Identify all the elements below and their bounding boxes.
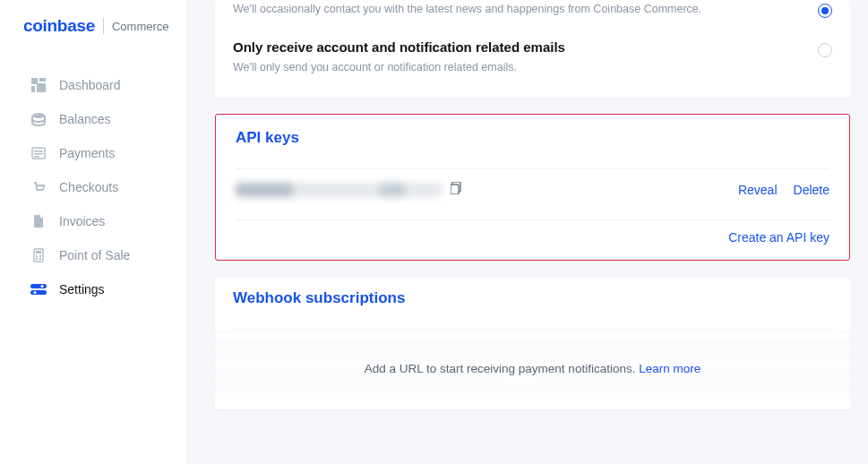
invoices-icon <box>30 213 47 229</box>
svg-rect-1 <box>39 78 46 82</box>
svg-rect-8 <box>34 156 39 158</box>
delete-link[interactable]: Delete <box>794 183 829 197</box>
checkouts-icon <box>30 179 47 195</box>
email-option-all[interactable]: We'll occasionally contact you with the … <box>215 0 850 27</box>
radio-only-emails[interactable] <box>818 43 832 57</box>
sidebar-item-label: Dashboard <box>59 78 121 92</box>
svg-rect-6 <box>34 150 43 152</box>
reveal-link[interactable]: Reveal <box>738 183 778 197</box>
sidebar-nav: Dashboard Balances Payments Checkouts In… <box>0 52 187 306</box>
webhook-learn-more-link[interactable]: Learn more <box>639 362 700 375</box>
sidebar-item-label: Payments <box>59 146 115 160</box>
logo: coinbase Commerce <box>0 16 187 52</box>
logo-secondary: Commerce <box>112 20 169 33</box>
copy-icon[interactable] <box>451 182 463 198</box>
api-key-row: Reveal Delete <box>218 169 847 211</box>
sidebar-item-payments[interactable]: Payments <box>0 136 187 170</box>
settings-icon <box>30 281 47 297</box>
logo-separator <box>103 18 104 34</box>
main-content: We'll occasionally contact you with the … <box>188 0 868 464</box>
svg-rect-20 <box>451 185 459 194</box>
email-option-only[interactable]: Only receive account and notification re… <box>215 27 850 85</box>
email-option-all-description: We'll occasionally contact you with the … <box>233 0 800 18</box>
svg-rect-14 <box>39 258 41 260</box>
api-keys-highlight: API keys Reveal Delete Create an API key <box>215 114 850 261</box>
webhook-card: Webhook subscriptions Add a URL to start… <box>215 277 850 409</box>
svg-rect-15 <box>30 284 47 288</box>
sidebar-item-invoices[interactable]: Invoices <box>0 204 187 238</box>
create-api-key-link[interactable]: Create an API key <box>728 230 829 245</box>
svg-point-18 <box>34 291 37 294</box>
sidebar-item-label: Settings <box>59 282 105 296</box>
sidebar-item-dashboard[interactable]: Dashboard <box>0 68 187 102</box>
sidebar-item-checkouts[interactable]: Checkouts <box>0 170 187 204</box>
sidebar-item-label: Checkouts <box>59 180 118 194</box>
webhook-empty-state: Add a URL to start receiving payment not… <box>215 330 850 397</box>
logo-primary: coinbase <box>23 16 95 36</box>
webhook-title: Webhook subscriptions <box>233 289 832 307</box>
svg-rect-7 <box>34 153 43 155</box>
email-option-only-title: Only receive account and notification re… <box>233 39 800 55</box>
svg-point-4 <box>32 113 45 118</box>
balances-icon <box>30 111 47 127</box>
dashboard-icon <box>30 77 47 93</box>
sidebar-item-balances[interactable]: Balances <box>0 102 187 136</box>
svg-point-16 <box>41 285 44 288</box>
api-key-masked <box>236 183 442 197</box>
svg-rect-12 <box>39 255 41 257</box>
svg-rect-3 <box>37 83 46 92</box>
api-keys-title: API keys <box>236 129 829 147</box>
svg-rect-17 <box>30 290 47 295</box>
radio-all-emails[interactable] <box>818 4 832 18</box>
sidebar-item-label: Balances <box>59 112 111 126</box>
svg-rect-2 <box>31 86 35 92</box>
pos-icon <box>30 247 47 263</box>
email-preferences-card: We'll occasionally contact you with the … <box>215 0 850 98</box>
svg-rect-13 <box>36 258 38 260</box>
api-keys-card: API keys Reveal Delete Create an API key <box>218 116 847 258</box>
svg-rect-11 <box>36 255 38 257</box>
webhook-empty-text: Add a URL to start receiving payment not… <box>365 362 639 375</box>
payments-icon <box>30 145 47 161</box>
sidebar-item-settings[interactable]: Settings <box>0 272 187 306</box>
sidebar: coinbase Commerce Dashboard Balances Pay… <box>0 0 188 464</box>
svg-rect-10 <box>36 251 41 253</box>
sidebar-item-label: Point of Sale <box>59 248 130 262</box>
email-option-only-description: We'll only send you account or notificat… <box>233 58 800 76</box>
sidebar-item-pos[interactable]: Point of Sale <box>0 238 187 272</box>
sidebar-item-label: Invoices <box>59 214 105 228</box>
svg-rect-0 <box>31 78 38 84</box>
